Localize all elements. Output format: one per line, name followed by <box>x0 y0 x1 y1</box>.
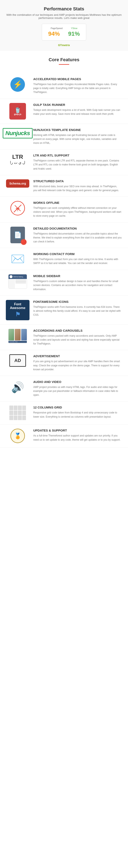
gulp-icon-area: 🥤 gulp.js <box>6 103 29 120</box>
support-desc: As a full-time Themeforest author suppor… <box>33 434 122 442</box>
contact-text: WORKING CONTACT FORM With ThePidgeons co… <box>33 252 122 265</box>
grid-cell <box>22 415 26 420</box>
nunjucks-icon-area: Nunjucks <box>6 128 29 138</box>
support-title: UPDATES & SUPPORT <box>33 429 122 432</box>
pagespeed-score: 94% <box>48 31 60 37</box>
audio-icon-area: 🔊 <box>6 380 29 395</box>
mobile-sidebar-icon: Melena Aaberg <box>8 274 27 289</box>
grid-cell <box>22 406 26 410</box>
docs-icon-area: 📄 ❤️ <box>6 227 29 243</box>
grid-text: 12 COLUMNS GRID Responsive grid code tak… <box>33 406 122 418</box>
perf-title: Performance Stats <box>4 6 124 11</box>
acc-img-3 <box>21 329 27 340</box>
support-text: UPDATES & SUPPORT As a full-time Themefo… <box>33 429 122 442</box>
grid-cell <box>18 406 22 410</box>
sidebar-header: Melena Aaberg <box>8 274 27 279</box>
sidebar-person-name: Melena Aaberg <box>13 276 23 278</box>
feature-nunjucks: Nunjucks NUNJUCKS TEMPLATE ENGINE Workin… <box>0 124 128 150</box>
lightning-icon: ⚡ <box>10 77 25 92</box>
amp-icon-area: ⚡ <box>6 77 29 92</box>
ltr-title: LTR AND RTL SUPPORT <box>33 154 122 157</box>
gulp-desc: Todays web development requires a lot of… <box>33 108 122 116</box>
ltr-text-area: LTR AND RTL SUPPORT ThePidgeon comes wit… <box>33 154 122 171</box>
feature-audio: 🔊 AUDIO AND VIDEO AMP project provides u… <box>0 376 128 402</box>
schema-text: STRUCTURED DATA With structured data, bo… <box>33 179 122 192</box>
contact-desc: With ThePidgeons contact form you can st… <box>33 257 122 265</box>
fontawesome-title: FONTAWESOME ICONS <box>33 300 122 304</box>
offline-desc: ThePidgeon can work completely offline w… <box>33 206 122 218</box>
fontawesome-logo: Font Awesome ⚑ <box>6 300 29 320</box>
wifi-svg <box>14 205 21 212</box>
gulp-icon: 🥤 gulp.js <box>9 103 26 120</box>
schema-icon-area: Schema.org <box>6 179 29 188</box>
accordion-title: ACCORDIONS AND CAROUSELS <box>33 329 122 332</box>
yslow-label: YSlow <box>71 27 77 29</box>
grid-cell <box>14 410 18 415</box>
offline-text: WORKS OFFLINE ThePidgeon can work comple… <box>33 201 122 218</box>
sidebar-line-2 <box>16 281 26 282</box>
contact-title: WORKING CONTACT FORM <box>33 252 122 256</box>
amp-title: ACCELERATED MOBILE PAGES <box>33 77 122 81</box>
sidebar-left <box>8 279 15 289</box>
feature-fontawesome: Font Awesome ⚑ FONTAWESOME ICONS ThePidg… <box>0 296 128 324</box>
nunjucks-text: NUNJUCKS TEMPLATE ENGINE Working with HT… <box>33 128 122 145</box>
gulp-text: GULP TASK RUNNER Todays web development … <box>33 103 122 116</box>
grid-cell <box>9 406 13 410</box>
perf-scores: 94% 91% <box>48 31 80 37</box>
sidebar-line-1 <box>16 280 26 280</box>
docs-icon-wrapper: 📄 ❤️ <box>10 227 25 243</box>
docs-icon: 📄 ❤️ <box>10 227 25 243</box>
nunjucks-desc: Working with HTML templates can get frus… <box>33 133 122 145</box>
feature-grid: 12 COLUMNS GRID Responsive grid code tak… <box>0 401 128 425</box>
grid-cell <box>18 415 22 420</box>
gulp-cup-icon: 🥤 <box>14 107 21 113</box>
audio-icon: 🔊 <box>10 380 25 395</box>
audio-text: AUDIO AND VIDEO AMP project provides us … <box>33 380 122 397</box>
sidebar-text: MOBILE SIDEBAR ThePidgeon's custom sideb… <box>33 274 122 291</box>
grid-cell <box>14 415 18 420</box>
feature-contact: ✉️ WORKING CONTACT FORM With ThePidgeons… <box>0 248 128 270</box>
ad-text: ADVERTISEMENT If you are going to put ad… <box>33 354 122 372</box>
sidebar-desc: ThePidgeon's custom sidebar design is ba… <box>33 279 122 291</box>
ad-title: ADVERTISEMENT <box>33 354 122 358</box>
pagespeed-label: PageSpeed <box>51 27 63 29</box>
schema-desc: With structured data, boost your SEO one… <box>33 185 122 192</box>
ltr-icon-area: LTR ل ي ت را <box>6 154 29 165</box>
grid-cell <box>9 410 13 415</box>
acc-bar-text: Accordion Item <box>9 341 18 342</box>
support-icon: 🏅 <box>10 429 25 443</box>
amp-text: ACCELERATED MOBILE PAGES ThePidgeon has … <box>33 77 122 94</box>
feature-ltr: LTR ل ي ت را LTR AND RTL SUPPORT ThePidg… <box>0 150 128 175</box>
sidebar-title: MOBILE SIDEBAR <box>33 274 122 278</box>
docs-text: DETAILED DOCUMENTATION ThePidgeons detai… <box>33 227 122 244</box>
audio-desc: AMP project provides us with many HTML t… <box>33 385 122 397</box>
acc-img-1 <box>8 329 14 340</box>
section-divider <box>59 64 69 65</box>
grid-cell <box>22 410 26 415</box>
sidebar-icon-area: Melena Aaberg <box>6 274 29 289</box>
nunjucks-logo: Nunjucks <box>3 128 33 138</box>
grid-title: 12 COLUMNS GRID <box>33 406 122 409</box>
gtmetrix-label: GTmetrix <box>58 43 70 47</box>
feature-sidebar: Melena Aaberg MOBILE SIDEBAR ThePidgeon'… <box>0 270 128 296</box>
core-section-header: Core Features <box>0 51 128 73</box>
gulp-title: GULP TASK RUNNER <box>33 103 122 106</box>
feature-support: 🏅 UPDATES & SUPPORT As a full-time Theme… <box>0 425 128 447</box>
audio-title: AUDIO AND VIDEO <box>33 380 122 383</box>
performance-section: Performance Stats With the combination o… <box>0 0 128 51</box>
grid-cell <box>14 406 18 410</box>
acc-img-2 <box>15 329 20 340</box>
heart-icon: ❤️ <box>21 239 27 245</box>
ltr-icon: LTR ل ي ت را <box>10 154 25 165</box>
perf-card: PageSpeed YSlow 94% 91% <box>42 24 86 40</box>
fontawesome-icon-area: Font Awesome ⚑ <box>6 300 29 320</box>
accordion-icon-area: Accordion Item <box>6 329 29 343</box>
core-title: Core Features <box>4 57 124 62</box>
feature-amp: ⚡ ACCELERATED MOBILE PAGES ThePidgeon ha… <box>0 73 128 99</box>
accordion-images <box>8 329 27 340</box>
gulp-label: gulp.js <box>14 113 21 115</box>
amp-desc: ThePidgeon has built under Googles Accel… <box>33 83 122 94</box>
nunjucks-title: NUNJUCKS TEMPLATE ENGINE <box>33 128 122 132</box>
fontawesome-desc: ThePidgeon works with Font Awesome icons… <box>33 305 122 317</box>
wifi-off-icon <box>10 201 25 215</box>
